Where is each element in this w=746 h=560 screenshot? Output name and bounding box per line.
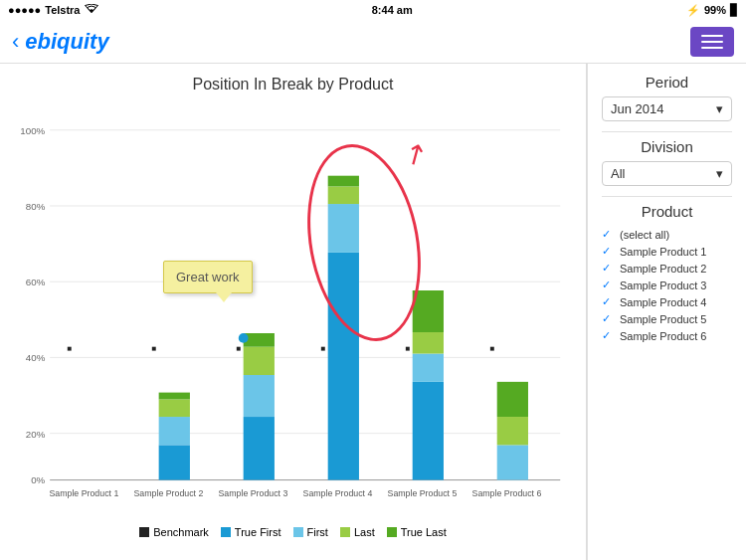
legend-benchmark-label: Benchmark <box>153 526 209 538</box>
legend-true-last-color <box>387 527 397 537</box>
division-label: Division <box>602 138 732 155</box>
product-name-6: Sample Product 6 <box>620 330 706 342</box>
period-label: Period <box>602 74 732 91</box>
svg-rect-36 <box>497 445 528 479</box>
svg-rect-21 <box>244 375 275 417</box>
sidebar: Period Jun 2014 ▾ Division All ▾ Product… <box>587 64 746 560</box>
product-item-5[interactable]: ✓Sample Product 5 <box>602 310 732 327</box>
divider-1 <box>602 131 732 132</box>
chart-area: Position In Break by Product Great work … <box>0 64 587 560</box>
svg-text:Sample Product 1: Sample Product 1 <box>49 488 118 498</box>
check-icon-1: ✓ <box>602 245 614 258</box>
division-value: All <box>611 166 625 181</box>
svg-rect-31 <box>413 382 444 480</box>
svg-rect-17 <box>159 399 190 417</box>
legend-last-label: Last <box>354 526 375 538</box>
product-item-1[interactable]: ✓Sample Product 1 <box>602 243 732 260</box>
battery-level: 99% <box>704 4 726 16</box>
back-button[interactable]: ‹ <box>12 29 19 55</box>
svg-rect-15 <box>159 445 190 479</box>
svg-text:20%: 20% <box>26 429 46 440</box>
period-value: Jun 2014 <box>611 101 664 116</box>
svg-rect-16 <box>159 417 190 445</box>
svg-rect-14 <box>152 347 156 351</box>
product-label: Product <box>602 203 732 220</box>
sticky-note: Great work <box>163 261 253 293</box>
svg-rect-22 <box>244 347 275 375</box>
hamburger-line-1 <box>701 35 723 37</box>
legend-first: First <box>293 526 328 538</box>
svg-rect-32 <box>413 354 444 382</box>
svg-rect-23 <box>244 333 275 347</box>
product-name-5: Sample Product 5 <box>620 313 706 325</box>
svg-rect-34 <box>413 290 444 332</box>
svg-text:Sample Product 2: Sample Product 2 <box>134 488 204 498</box>
svg-rect-25 <box>321 347 325 351</box>
product-item-6[interactable]: ✓Sample Product 6 <box>602 327 732 344</box>
legend-benchmark: Benchmark <box>139 526 209 538</box>
svg-point-24 <box>239 333 249 343</box>
bluetooth-icon: ⚡ <box>686 4 700 17</box>
carrier-dots: ●●●●● <box>8 4 41 16</box>
product-name-2: Sample Product 2 <box>620 263 706 275</box>
hamburger-line-3 <box>701 47 723 49</box>
menu-button[interactable] <box>690 27 734 57</box>
svg-text:100%: 100% <box>20 125 45 136</box>
chart-title: Position In Break by Product <box>16 76 570 93</box>
wifi-icon <box>85 4 98 16</box>
check-icon-6: ✓ <box>602 329 614 342</box>
product-name-1: Sample Product 1 <box>620 246 706 258</box>
svg-text:80%: 80% <box>26 201 46 212</box>
hamburger-line-2 <box>701 41 723 43</box>
svg-rect-38 <box>497 382 528 417</box>
svg-text:Sample Product 3: Sample Product 3 <box>219 488 288 498</box>
status-time: 8:44 am <box>372 4 413 16</box>
logo: ebiquity <box>25 29 108 55</box>
check-icon-0: ✓ <box>602 228 614 241</box>
legend-true-first-label: True First <box>235 526 281 538</box>
svg-text:Sample Product 6: Sample Product 6 <box>472 488 542 498</box>
svg-text:40%: 40% <box>26 352 46 363</box>
main-content: Position In Break by Product Great work … <box>0 64 746 560</box>
chart-legend: Benchmark True First First Last True Las… <box>16 520 570 542</box>
product-item-2[interactable]: ✓Sample Product 2 <box>602 260 732 277</box>
product-name-4: Sample Product 4 <box>620 296 706 308</box>
product-item-4[interactable]: ✓Sample Product 4 <box>602 293 732 310</box>
check-icon-3: ✓ <box>602 279 614 291</box>
svg-rect-37 <box>497 417 528 445</box>
svg-text:Sample Product 5: Sample Product 5 <box>388 488 458 498</box>
nav-bar: ‹ ebiquity <box>0 20 746 64</box>
svg-text:Sample Product 4: Sample Product 4 <box>303 488 373 498</box>
svg-rect-28 <box>328 186 359 204</box>
division-dropdown[interactable]: All ▾ <box>602 161 732 186</box>
chart-svg: 100% 80% 60% 40% 20% 0% <box>16 103 570 520</box>
svg-rect-19 <box>237 347 241 351</box>
check-icon-5: ✓ <box>602 312 614 325</box>
legend-true-first-color <box>221 527 231 537</box>
svg-rect-26 <box>328 253 359 480</box>
legend-true-last: True Last <box>387 526 447 538</box>
svg-text:60%: 60% <box>26 277 46 287</box>
check-icon-4: ✓ <box>602 295 614 308</box>
product-name-0: (select all) <box>620 229 669 241</box>
period-dropdown[interactable]: Jun 2014 ▾ <box>602 96 732 121</box>
legend-last: Last <box>340 526 375 538</box>
legend-last-color <box>340 527 350 537</box>
product-list: ✓(select all)✓Sample Product 1✓Sample Pr… <box>602 226 732 344</box>
period-chevron-icon: ▾ <box>716 101 723 116</box>
status-bar: ●●●●● Telstra 8:44 am ⚡ 99% ▊ <box>0 0 746 20</box>
check-icon-2: ✓ <box>602 262 614 275</box>
status-right: ⚡ 99% ▊ <box>686 4 738 17</box>
chart-svg-wrapper: Great work ↗ 100% 80% 60% 40% 20% 0% <box>16 103 570 520</box>
svg-rect-35 <box>490 347 494 351</box>
svg-rect-33 <box>413 332 444 353</box>
svg-rect-27 <box>328 204 359 253</box>
nav-back-logo[interactable]: ‹ ebiquity <box>12 29 109 55</box>
svg-text:0%: 0% <box>31 474 45 485</box>
svg-rect-29 <box>328 176 359 187</box>
legend-first-color <box>293 527 303 537</box>
svg-rect-30 <box>406 347 410 351</box>
legend-benchmark-color <box>139 527 149 537</box>
product-item-0[interactable]: ✓(select all) <box>602 226 732 243</box>
product-item-3[interactable]: ✓Sample Product 3 <box>602 277 732 293</box>
